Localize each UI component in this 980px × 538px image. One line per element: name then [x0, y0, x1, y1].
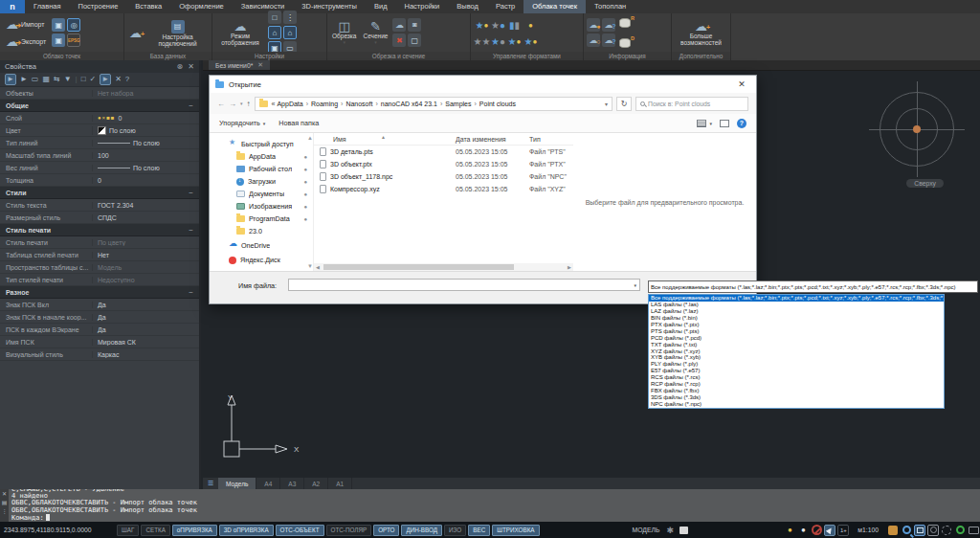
db-cylinder-d-icon[interactable]: D: [619, 38, 631, 48]
ribbon-tab[interactable]: Оформление: [170, 0, 233, 13]
status-toggle[interactable]: ВЕС: [468, 525, 490, 536]
select-add-icon[interactable]: ►: [5, 74, 16, 85]
status-toggle[interactable]: 3D оПРИВЯЗКА: [219, 525, 274, 536]
ribbon-tab[interactable]: Вид: [366, 0, 396, 13]
nav-item[interactable]: OneDrive ●: [215, 239, 313, 252]
property-row[interactable]: Пространство таблицы с... Модель: [0, 261, 199, 274]
breadcrumb-segment[interactable]: Roaming: [311, 101, 345, 107]
status-toggle[interactable]: ОРТО: [373, 525, 399, 536]
breadcrumb[interactable]: « AppData Roaming Nanosoft nanoCAD x64 2…: [255, 97, 612, 111]
ribbon-tab[interactable]: Вставка: [126, 0, 170, 13]
forward-arrow-icon[interactable]: →: [229, 100, 236, 108]
box-select-icon[interactable]: □: [81, 75, 86, 84]
ribbon-tab[interactable]: Растр: [487, 0, 523, 13]
format-option[interactable]: PTX файлы (*.ptx): [649, 322, 944, 328]
cloud-query-icon[interactable]: ☁?: [602, 34, 615, 47]
view-compass[interactable]: [869, 81, 965, 177]
property-value[interactable]: Нет: [92, 252, 199, 258]
format-option[interactable]: XYZ файлы (*.xyz): [649, 348, 944, 355]
scrollbar-thumb[interactable]: [323, 264, 514, 270]
property-row[interactable]: Стили: [0, 187, 199, 199]
history-caret-icon[interactable]: ▾: [240, 101, 243, 106]
geo-globe-icon[interactable]: ◎: [67, 18, 80, 32]
new-folder-button[interactable]: Новая папка: [278, 119, 319, 127]
status-toggle[interactable]: ШТРИХОВКА: [492, 525, 539, 536]
filter-icon[interactable]: ▼: [64, 75, 72, 84]
property-row[interactable]: Вес линий По слою: [0, 162, 199, 174]
zoom-window-icon[interactable]: [914, 525, 925, 536]
pan-hand-icon[interactable]: [887, 525, 899, 536]
filename-caret-icon[interactable]: ▾: [634, 282, 639, 288]
document-tab[interactable]: Без имени0* ✕: [209, 60, 270, 70]
property-value[interactable]: Недоступно: [92, 277, 199, 283]
property-row[interactable]: Масштаб типа линий 100: [0, 149, 199, 162]
cloud-help-icon[interactable]: ☁?: [602, 18, 615, 32]
property-value[interactable]: Каркас: [92, 351, 199, 358]
cloud-back-icon[interactable]: ☁: [392, 18, 406, 32]
monitor-icon[interactable]: [968, 525, 979, 536]
property-row[interactable]: Тип стилей печати Недоступно: [0, 274, 199, 286]
view-mode-button[interactable]: ▾: [697, 120, 712, 127]
property-row[interactable]: Слой 0: [0, 112, 199, 124]
cloud-delete-icon[interactable]: ✖: [392, 34, 406, 47]
help-circle-icon[interactable]: ?: [125, 75, 129, 84]
help-icon[interactable]: ?: [737, 119, 746, 128]
select-icon[interactable]: ►: [20, 75, 28, 84]
grid-select-icon[interactable]: ▦: [42, 75, 50, 84]
highlight-lamp-icon[interactable]: [784, 525, 795, 536]
swap-arrows-icon[interactable]: ⇆: [54, 75, 60, 84]
horizontal-scrollbar[interactable]: ◀ ▶: [314, 263, 573, 271]
breadcrumb-segment[interactable]: Point clouds: [479, 101, 516, 107]
format-option[interactable]: RCS файлы (*.rcs): [649, 374, 944, 381]
file-row[interactable]: 3D объект.ptx 05.05.2023 15:05 Файл "PTX…: [314, 158, 573, 170]
layout-tab[interactable]: A2: [304, 478, 328, 489]
property-value[interactable]: Да: [92, 314, 199, 321]
nav-item[interactable]: Яндекс.Диск ●: [215, 254, 313, 266]
property-value[interactable]: Модель: [92, 264, 199, 271]
property-value[interactable]: 0: [92, 115, 199, 122]
epsg-axis-icon[interactable]: EPSG: [67, 34, 80, 47]
cmd-close-icon[interactable]: ✕: [2, 490, 7, 497]
refresh-icon[interactable]: ↻: [616, 97, 632, 111]
organize-button[interactable]: Упорядочить ▾: [219, 119, 265, 127]
scroll-left-icon[interactable]: ◀: [314, 264, 322, 270]
lock-disabled-icon[interactable]: [811, 525, 822, 536]
column-name[interactable]: Имя▲: [314, 136, 456, 143]
property-row[interactable]: Имя ПСК Мировая СК: [0, 336, 199, 348]
format-star-icon[interactable]: ▮▮: [506, 17, 523, 34]
layout-tab[interactable]: A4: [256, 478, 280, 489]
cmd-options-icon[interactable]: ⋮: [2, 507, 8, 514]
rect-select-icon[interactable]: ▭: [32, 75, 39, 84]
ribbon-tab[interactable]: Настройки: [396, 0, 449, 13]
format-option[interactable]: RCP файлы (*.rcp): [649, 381, 944, 388]
format-option[interactable]: PLY файлы (*.ply): [649, 361, 944, 368]
format-star-icon[interactable]: ★●: [474, 17, 490, 34]
breadcrumb-segment[interactable]: AppData: [277, 101, 311, 107]
app-logo[interactable]: n: [0, 0, 25, 13]
panel-pin-icon[interactable]: ⊗: [177, 62, 184, 71]
property-row[interactable]: Тип линий По слою: [0, 137, 199, 149]
property-value[interactable]: По слою: [92, 126, 199, 135]
export-button[interactable]: ☁➔ Экспорт: [3, 34, 49, 49]
sheet-icon[interactable]: [678, 525, 689, 536]
home-view-icon[interactable]: ⌂: [268, 26, 281, 39]
zoom-extents-icon[interactable]: [927, 525, 939, 536]
property-row[interactable]: Знак ПСК Вкл Да: [0, 299, 199, 311]
model-space-label[interactable]: МОДЕЛЬ: [632, 527, 659, 533]
scale-indicator[interactable]: м1:100: [858, 527, 879, 533]
property-row[interactable]: Стиль печати: [0, 224, 199, 236]
file-row[interactable]: Компрессор.xyz 05.05.2023 15:05 Файл "XY…: [314, 183, 573, 195]
property-row[interactable]: ПСК в каждом ВЭкране Да: [0, 324, 199, 336]
status-toggle[interactable]: ИЗО: [444, 525, 466, 536]
property-value[interactable]: 0: [92, 177, 199, 184]
back-arrow-icon[interactable]: ←: [217, 100, 225, 108]
format-star-icon[interactable]: ★●: [523, 34, 539, 50]
status-toggle[interactable]: ОТС-ПОЛЯР: [326, 525, 372, 536]
crop-button[interactable]: ◫ Обрезка ▾: [330, 15, 358, 51]
command-prompt[interactable]: Команда:: [11, 514, 980, 522]
preview-pane-icon[interactable]: [720, 120, 729, 127]
nav-item[interactable]: Изображения ●: [215, 200, 313, 213]
property-value[interactable]: Да: [92, 302, 199, 308]
format-option[interactable]: TXT файлы (*.txt): [649, 342, 944, 348]
column-date[interactable]: Дата изменения: [456, 136, 529, 143]
